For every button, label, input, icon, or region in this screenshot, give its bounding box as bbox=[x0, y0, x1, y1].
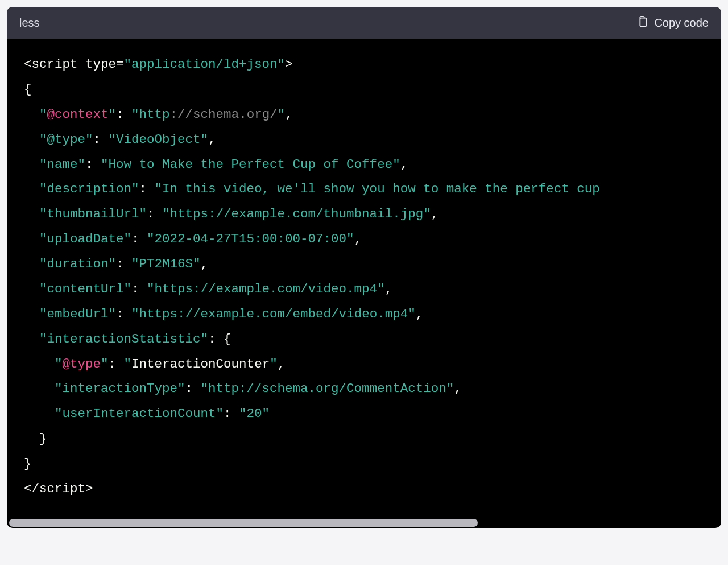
scrollbar-thumb[interactable] bbox=[9, 519, 478, 527]
clipboard-icon bbox=[636, 16, 648, 30]
copy-code-label: Copy code bbox=[654, 17, 709, 30]
code-content: <script type="application/ld+json"> { "@… bbox=[24, 52, 704, 502]
code-block: less Copy code <script type="application… bbox=[7, 7, 721, 528]
code-header: less Copy code bbox=[7, 7, 721, 39]
language-label: less bbox=[19, 17, 40, 30]
copy-code-button[interactable]: Copy code bbox=[636, 16, 709, 30]
code-area[interactable]: <script type="application/ld+json"> { "@… bbox=[7, 39, 721, 518]
horizontal-scrollbar[interactable] bbox=[9, 519, 719, 527]
svg-rect-0 bbox=[640, 18, 647, 27]
